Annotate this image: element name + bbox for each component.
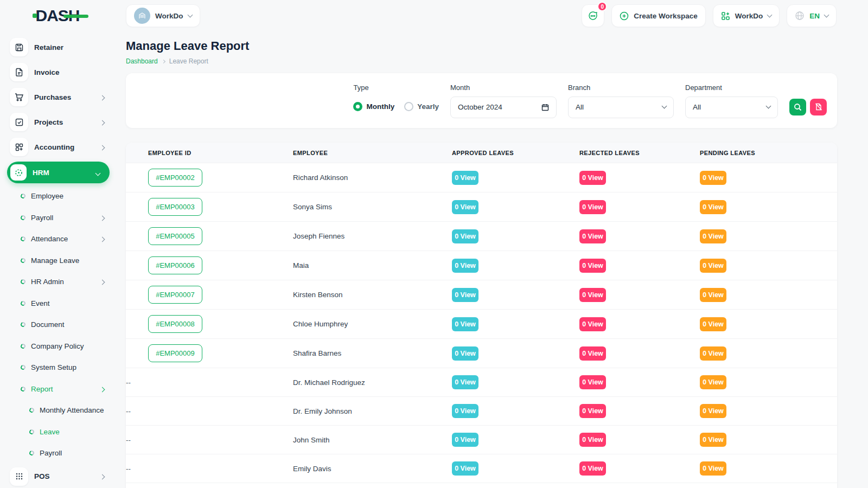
pending-leaves-view-button[interactable]: 0 View: [700, 346, 726, 361]
rejected-leaves-view-button[interactable]: 0 View: [579, 346, 606, 361]
chevron-down-icon: [824, 12, 829, 18]
create-workspace-button[interactable]: Create Workspace: [611, 4, 706, 27]
bullet-icon: [20, 322, 27, 328]
pending-leaves-view-button[interactable]: 0 View: [700, 288, 726, 302]
approved-leaves-view-button[interactable]: 0 View: [452, 200, 478, 214]
sidebar-item-retainer[interactable]: Retainer: [0, 35, 117, 60]
pending-leaves-view-button[interactable]: 0 View: [700, 404, 726, 418]
employee-id-button[interactable]: #EMP00005: [148, 227, 202, 245]
rejected-leaves-view-button[interactable]: 0 View: [579, 229, 606, 243]
rejected-leaves-view-button[interactable]: 0 View: [579, 461, 606, 476]
employee-name: John Smith: [293, 436, 330, 444]
sidebar-item-accounting[interactable]: Accounting: [0, 134, 117, 159]
sidebar-item-system-setup[interactable]: System Setup: [0, 357, 117, 378]
brand-logo[interactable]: DASH: [35, 7, 79, 25]
pending-leaves-view-button[interactable]: 0 View: [700, 461, 726, 476]
employee-id-button[interactable]: #EMP00002: [148, 169, 202, 187]
sidebar-item-label: Event: [31, 299, 50, 307]
approved-leaves-view-button[interactable]: 0 View: [452, 461, 478, 476]
table-row: #EMP00009Shafira Barnes0 View0 View0 Vie…: [126, 339, 837, 368]
approved-leaves-view-button[interactable]: 0 View: [452, 346, 478, 361]
employee-id-button[interactable]: #EMP00009: [148, 344, 202, 362]
approved-leaves-view-button[interactable]: 0 View: [452, 317, 478, 331]
bullet-icon: [20, 386, 27, 392]
table-row: #EMP00008Chloe Humphrey0 View0 View0 Vie…: [126, 310, 837, 339]
logo-accent-dot: [33, 14, 37, 18]
approved-leaves-view-button[interactable]: 0 View: [452, 375, 478, 389]
breadcrumb-separator-icon: [162, 60, 165, 63]
search-button[interactable]: [789, 99, 806, 115]
sidebar-item-label: System Setup: [31, 363, 76, 371]
sidebar-item-employee[interactable]: Employee: [0, 185, 117, 207]
sidebar-item-projects[interactable]: Projects: [0, 110, 117, 134]
branch-value: All: [576, 103, 584, 111]
pending-leaves-view-button[interactable]: 0 View: [700, 171, 726, 185]
sidebar-item-pos[interactable]: POS: [0, 464, 117, 488]
approved-leaves-view-button[interactable]: 0 View: [452, 288, 478, 302]
messages-button[interactable]: 0: [582, 4, 604, 27]
table-row: #EMP00005Joseph Fiennes0 View0 View0 Vie…: [126, 222, 837, 251]
radio-yearly[interactable]: Yearly: [404, 102, 439, 111]
radio-monthly[interactable]: Monthly: [353, 102, 394, 111]
pending-leaves-view-button[interactable]: 0 View: [700, 433, 726, 447]
rejected-leaves-view-button[interactable]: 0 View: [579, 200, 606, 214]
sidebar-item-hr-admin[interactable]: HR Admin: [0, 271, 117, 293]
sidebar-item-event[interactable]: Event: [0, 293, 117, 314]
sidebar-item-purchases[interactable]: Purchases: [0, 85, 117, 110]
sidebar-item-hrm[interactable]: HRM: [7, 162, 110, 183]
sidebar-item-label: HR Admin: [31, 278, 64, 286]
employee-name: Richard Atkinson: [293, 174, 348, 182]
page-title: Manage Leave Report: [126, 39, 837, 53]
approved-leaves-view-button[interactable]: 0 View: [452, 404, 478, 418]
sidebar-item-label: Company Policy: [31, 342, 84, 350]
rejected-leaves-view-button[interactable]: 0 View: [579, 404, 606, 418]
sidebar-item-report[interactable]: Report: [0, 378, 117, 400]
breadcrumb-dashboard-link[interactable]: Dashboard: [126, 57, 158, 65]
employee-name: Chloe Humphrey: [293, 320, 348, 328]
pending-leaves-view-button[interactable]: 0 View: [700, 229, 726, 243]
employee-id-button[interactable]: #EMP00006: [148, 256, 202, 274]
workdo-menu-button[interactable]: WorkDo: [713, 4, 780, 27]
bullet-icon: [20, 214, 27, 221]
sidebar-item-invoice[interactable]: Invoice: [0, 60, 117, 85]
approved-leaves-view-button[interactable]: 0 View: [452, 229, 478, 243]
pending-leaves-view-button[interactable]: 0 View: [700, 200, 726, 214]
sidebar-item-document[interactable]: Document: [0, 314, 117, 336]
sidebar-item-manage-leave[interactable]: Manage Leave: [0, 250, 117, 272]
workspace-switcher[interactable]: WorkDo: [126, 4, 200, 27]
language-code: EN: [809, 12, 820, 20]
employee-id-button[interactable]: #EMP00003: [148, 198, 202, 216]
branch-select[interactable]: All: [568, 97, 674, 118]
rejected-leaves-view-button[interactable]: 0 View: [579, 375, 606, 389]
chevron-right-icon: [100, 278, 104, 286]
logo-accent-bar: [63, 15, 88, 18]
department-select[interactable]: All: [685, 97, 778, 118]
reset-button[interactable]: [810, 99, 827, 115]
rejected-leaves-view-button[interactable]: 0 View: [579, 259, 606, 273]
approved-leaves-view-button[interactable]: 0 View: [452, 171, 478, 185]
employee-id-button[interactable]: #EMP00008: [148, 315, 202, 333]
rejected-leaves-view-button[interactable]: 0 View: [579, 171, 606, 185]
sidebar-item-payroll[interactable]: Payroll: [0, 207, 117, 229]
pending-leaves-view-button[interactable]: 0 View: [700, 317, 726, 331]
sidebar-item-label: Employee: [31, 192, 63, 200]
employee-id-empty: --: [126, 378, 131, 387]
apps-grid-icon: [721, 11, 730, 21]
rejected-leaves-view-button[interactable]: 0 View: [579, 433, 606, 447]
rejected-leaves-view-button[interactable]: 0 View: [579, 317, 606, 331]
sidebar-item-attendance[interactable]: Attendance: [0, 228, 117, 250]
pending-leaves-view-button[interactable]: 0 View: [700, 259, 726, 273]
employee-id-button[interactable]: #EMP00007: [148, 286, 202, 304]
sidebar-item-leave[interactable]: Leave: [0, 421, 117, 443]
language-selector[interactable]: EN: [787, 4, 837, 27]
sidebar-item-company-policy[interactable]: Company Policy: [0, 336, 117, 357]
approved-leaves-view-button[interactable]: 0 View: [452, 433, 478, 447]
sidebar-item-payroll[interactable]: Payroll: [0, 442, 117, 464]
month-input[interactable]: October 2024: [450, 97, 557, 118]
approved-leaves-view-button[interactable]: 0 View: [452, 259, 478, 273]
logo-box: DASH: [0, 7, 115, 25]
projects-icon: [10, 113, 28, 131]
rejected-leaves-view-button[interactable]: 0 View: [579, 288, 606, 302]
pending-leaves-view-button[interactable]: 0 View: [700, 375, 726, 389]
sidebar-item-monthly-attendance[interactable]: Monthly Attendance: [0, 400, 117, 421]
